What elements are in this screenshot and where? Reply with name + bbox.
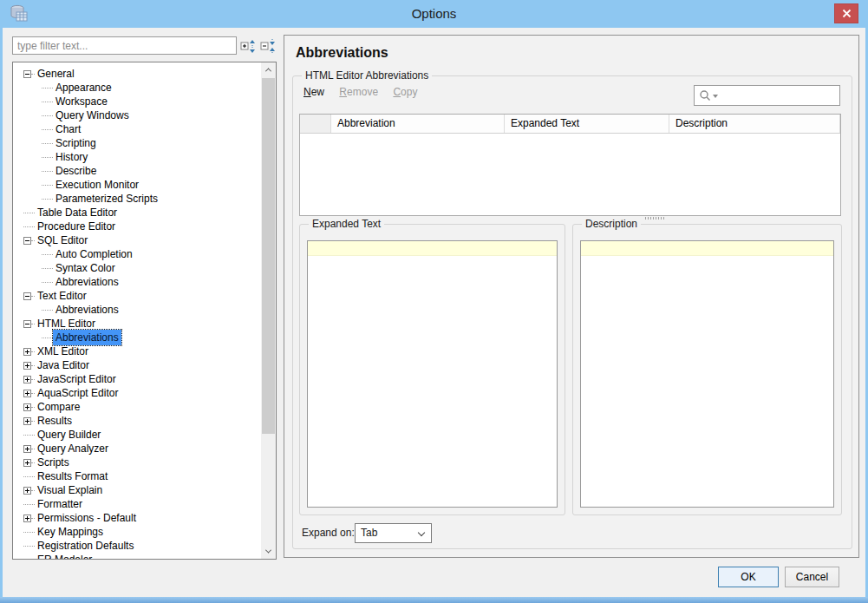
expand-toggle-icon[interactable] xyxy=(23,445,31,453)
tree-item-formatter[interactable]: Formatter xyxy=(13,497,260,511)
tree-item-query-analyzer[interactable]: Query Analyzer xyxy=(13,442,260,456)
tree-item-visual-explain[interactable]: Visual Explain xyxy=(13,483,260,497)
new-button[interactable]: New xyxy=(303,86,324,98)
column-header-abbreviation[interactable]: Abbreviation xyxy=(331,115,505,133)
splitter-grip[interactable] xyxy=(645,217,664,220)
search-input[interactable] xyxy=(721,87,838,104)
expand-toggle-icon[interactable] xyxy=(23,362,31,370)
tree-item-text-editor[interactable]: Text Editor xyxy=(13,289,260,303)
tree-item-results-format[interactable]: Results Format xyxy=(13,469,260,483)
tree-connector xyxy=(23,213,35,213)
tree-item-registration-defaults[interactable]: Registration Defaults xyxy=(13,539,260,553)
search-box[interactable] xyxy=(694,85,840,106)
expand-toggle-icon[interactable] xyxy=(23,487,31,495)
scroll-up-icon[interactable] xyxy=(261,62,276,77)
tree-connector xyxy=(42,268,53,269)
tree-item-aquascript-editor[interactable]: AquaScript Editor xyxy=(13,386,260,400)
abbreviations-toolbar: New Remove Copy xyxy=(303,86,429,98)
tree-item-abbreviations[interactable]: Abbreviations xyxy=(13,331,260,344)
tree-item-compare[interactable]: Compare xyxy=(13,400,260,414)
scrollbar-thumb[interactable] xyxy=(262,78,275,434)
tree-connector xyxy=(42,88,53,88)
tree-connector xyxy=(42,199,53,200)
abbreviations-table: AbbreviationExpanded TextDescription xyxy=(299,114,841,216)
tree-item-parameterized-scripts[interactable]: Parameterized Scripts xyxy=(13,192,260,206)
tree-item-scripts[interactable]: Scripts xyxy=(13,456,260,469)
tree-item-xml-editor[interactable]: XML Editor xyxy=(13,344,260,358)
table-body[interactable] xyxy=(300,134,840,215)
expand-toggle-icon[interactable] xyxy=(23,417,31,425)
tree-item-results[interactable]: Results xyxy=(13,414,260,428)
remove-button[interactable]: Remove xyxy=(339,86,378,98)
window-title: Options xyxy=(0,6,868,21)
scroll-down-icon[interactable] xyxy=(261,544,276,559)
tree-item-java-editor[interactable]: Java Editor xyxy=(13,358,260,372)
expand-toggle-icon[interactable] xyxy=(23,348,31,356)
tree-item-key-mappings[interactable]: Key Mappings xyxy=(13,525,260,539)
window-border-left xyxy=(0,28,3,597)
tree-connector xyxy=(42,310,53,311)
tree-item-workspace[interactable]: Workspace xyxy=(13,95,260,108)
tree-item-scripting[interactable]: Scripting xyxy=(13,136,260,150)
expand-toggle-icon[interactable] xyxy=(23,390,31,397)
tree-item-history[interactable]: History xyxy=(13,150,260,164)
tree-item-abbreviations[interactable]: Abbreviations xyxy=(13,275,260,289)
expand-on-select[interactable]: Tab xyxy=(355,523,432,543)
tree-connector xyxy=(23,560,35,560)
collapse-toggle-icon[interactable] xyxy=(23,292,31,300)
tree-item-er-modeler[interactable]: ER Modeler xyxy=(13,553,260,560)
collapse-all-icon[interactable] xyxy=(260,38,277,55)
tree-item-sql-editor[interactable]: SQL Editor xyxy=(13,233,260,247)
tree-item-html-editor[interactable]: HTML Editor xyxy=(13,317,260,331)
tree-item-table-data-editor[interactable]: Table Data Editor xyxy=(13,206,260,220)
collapse-toggle-icon[interactable] xyxy=(23,320,31,328)
tree-connector xyxy=(42,157,53,158)
column-header-description[interactable]: Description xyxy=(669,115,840,133)
tree-item-general[interactable]: General xyxy=(13,67,260,81)
tree-item-abbreviations[interactable]: Abbreviations xyxy=(13,303,260,317)
column-header-expanded-text[interactable]: Expanded Text xyxy=(505,115,669,133)
tree-item-javascript-editor[interactable]: JavaScript Editor xyxy=(13,372,260,386)
tree-connector xyxy=(42,171,53,172)
tree-connector xyxy=(42,102,53,102)
current-line-highlight xyxy=(308,241,557,256)
tree-item-label: ER Modeler xyxy=(35,552,95,560)
column-header-selector[interactable] xyxy=(300,115,331,133)
chevron-down-icon xyxy=(418,529,425,536)
tree-connector xyxy=(42,282,53,283)
search-dropdown-icon[interactable] xyxy=(713,95,718,98)
filter-input[interactable] xyxy=(12,36,237,55)
description-editor[interactable] xyxy=(580,240,834,508)
tree-connector xyxy=(23,504,35,505)
window-border-bottom xyxy=(0,597,868,603)
tree-item-describe[interactable]: Describe xyxy=(13,164,260,178)
tree-item-permissions-default[interactable]: Permissions - Default xyxy=(13,511,260,525)
collapse-toggle-icon[interactable] xyxy=(23,237,31,245)
copy-button[interactable]: Copy xyxy=(393,86,417,98)
tree-item-syntax-color[interactable]: Syntax Color xyxy=(13,261,260,275)
cancel-button[interactable]: Cancel xyxy=(785,567,839,587)
tree-connector xyxy=(42,129,53,130)
ok-button[interactable]: OK xyxy=(718,567,779,587)
expand-all-icon[interactable] xyxy=(240,38,258,55)
close-button[interactable] xyxy=(834,3,858,23)
tree-connector xyxy=(23,546,35,547)
tree-item-auto-completion[interactable]: Auto Completion xyxy=(13,247,260,261)
tree-item-appearance[interactable]: Appearance xyxy=(13,81,260,95)
settings-panel: Abbreviations HTML Editor Abbreviations … xyxy=(284,35,859,558)
expanded-text-editor[interactable] xyxy=(307,240,558,508)
tree-item-query-builder[interactable]: Query Builder xyxy=(13,428,260,442)
tree-item-procedure-editor[interactable]: Procedure Editor xyxy=(13,220,260,233)
tree-item-chart[interactable]: Chart xyxy=(13,122,260,136)
titlebar[interactable]: Options xyxy=(0,0,868,28)
tree-connector xyxy=(42,185,53,186)
tree-scrollbar[interactable] xyxy=(261,62,276,559)
expand-toggle-icon[interactable] xyxy=(23,515,31,522)
tree-item-query-windows[interactable]: Query Windows xyxy=(13,108,260,122)
expand-toggle-icon[interactable] xyxy=(23,376,31,383)
expand-toggle-icon[interactable] xyxy=(23,459,31,467)
expand-toggle-icon[interactable] xyxy=(23,403,31,411)
collapse-toggle-icon[interactable] xyxy=(23,70,31,78)
tree-connector xyxy=(23,532,35,533)
tree-item-execution-monitor[interactable]: Execution Monitor xyxy=(13,178,260,192)
